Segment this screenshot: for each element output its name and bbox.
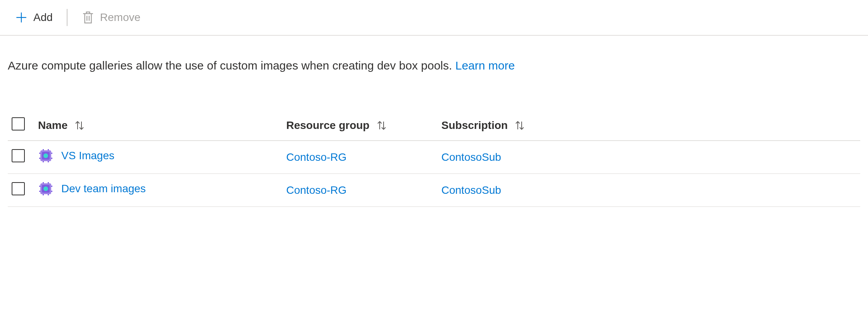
subscription-link[interactable]: ContosoSub: [441, 151, 501, 163]
add-button-label: Add: [33, 11, 53, 24]
sort-icon: [375, 120, 388, 131]
remove-button[interactable]: Remove: [78, 9, 144, 26]
svg-rect-15: [39, 158, 40, 159]
column-header-rg-label: Resource group: [286, 119, 370, 132]
table-row: Dev team images Contoso-RG ContosoSub: [8, 174, 860, 207]
svg-point-13: [43, 153, 48, 158]
svg-rect-29: [43, 182, 44, 183]
toolbar-separator: [67, 9, 67, 26]
svg-rect-17: [51, 158, 52, 159]
svg-rect-20: [43, 161, 44, 162]
resource-group-link[interactable]: Contoso-RG: [286, 151, 347, 163]
svg-rect-19: [48, 149, 49, 150]
svg-rect-14: [39, 153, 40, 154]
svg-rect-16: [51, 153, 52, 154]
learn-more-link[interactable]: Learn more: [455, 59, 515, 72]
svg-rect-26: [39, 191, 40, 192]
column-header-sub-label: Subscription: [441, 119, 508, 132]
svg-rect-31: [43, 194, 44, 195]
gallery-icon: [38, 181, 54, 197]
gallery-name-link[interactable]: Dev team images: [61, 183, 146, 195]
trash-icon: [81, 10, 95, 25]
svg-rect-30: [48, 182, 49, 183]
description-text: Azure compute galleries allow the use of…: [8, 59, 455, 72]
svg-point-24: [43, 186, 48, 191]
table-header-row: Name Resource group: [8, 111, 860, 141]
svg-rect-27: [51, 186, 52, 187]
row-checkbox[interactable]: [12, 182, 25, 195]
plus-icon: [15, 11, 28, 24]
column-header-resource-group[interactable]: Resource group: [286, 119, 388, 132]
select-all-checkbox[interactable]: [12, 117, 25, 130]
sort-icon: [73, 120, 86, 131]
svg-rect-18: [43, 149, 44, 150]
row-checkbox[interactable]: [12, 149, 25, 162]
description: Azure compute galleries allow the use of…: [0, 36, 868, 76]
toolbar: Add Remove: [0, 0, 868, 36]
table-row: VS Images Contoso-RG ContosoSub: [8, 141, 860, 174]
resource-group-link[interactable]: Contoso-RG: [286, 184, 347, 196]
sort-icon: [513, 120, 526, 131]
subscription-link[interactable]: ContosoSub: [441, 184, 501, 196]
svg-rect-28: [51, 191, 52, 192]
column-header-subscription[interactable]: Subscription: [441, 119, 526, 132]
svg-rect-25: [39, 186, 40, 187]
galleries-table: Name Resource group: [0, 76, 868, 207]
svg-rect-32: [48, 194, 49, 195]
gallery-name-link[interactable]: VS Images: [61, 150, 114, 162]
column-header-name-label: Name: [38, 119, 67, 132]
remove-button-label: Remove: [100, 11, 140, 24]
svg-rect-21: [48, 161, 49, 162]
gallery-icon: [38, 148, 54, 164]
add-button[interactable]: Add: [11, 9, 57, 26]
column-header-name[interactable]: Name: [38, 119, 86, 132]
